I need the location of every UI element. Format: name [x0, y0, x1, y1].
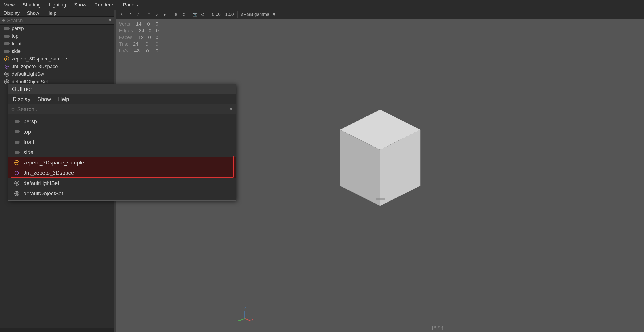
stat-edges-2: 0 — [156, 28, 158, 34]
bg-joint-icon-jnt — [4, 64, 10, 69]
outliner-camera-icon-top — [13, 129, 21, 135]
svg-rect-5 — [376, 199, 384, 200]
outliner-item-objectset[interactable]: defaultObjectSet — [8, 188, 236, 199]
stat-tris-label: Tris: — [119, 41, 128, 47]
toolbar-gamma-label: sRGB gamma — [241, 12, 270, 17]
toolbar-gamma-arrow[interactable]: ▼ — [272, 12, 276, 17]
bg-help-menu[interactable]: Help — [44, 10, 58, 17]
toolbar-move[interactable]: ↖ — [118, 11, 125, 18]
svg-rect-4 — [376, 198, 384, 199]
outliner-joint-icon-jnt — [13, 170, 21, 176]
svg-line-8 — [245, 318, 250, 321]
bg-item-persp[interactable]: persp — [0, 25, 114, 32]
stat-faces-1: 0 — [148, 35, 151, 40]
bg-display-menu[interactable]: Display — [2, 10, 22, 17]
stats-panel: Verts: 14 0 0 Edges: 24 0 0 Faces: 12 0 … — [116, 19, 161, 56]
toolbar-select[interactable]: ◻ — [145, 11, 152, 18]
bg-item-jnt[interactable]: Jnt_zepeto_3Dspace — [0, 63, 114, 70]
cube-3d — [321, 103, 440, 213]
bg-item-zepeto[interactable]: zepeto_3Dspace_sample — [0, 55, 114, 63]
outliner-top-label: top — [24, 129, 31, 135]
bg-item-persp-label: persp — [12, 26, 24, 31]
bg-show-menu[interactable]: Show — [25, 10, 41, 17]
toolbar-display[interactable]: ⬡ — [199, 11, 206, 18]
bg-item-lightset[interactable]: defaultLightSet — [0, 70, 114, 78]
outliner-mesh-icon-zepeto — [13, 159, 21, 166]
outliner-item-jnt[interactable]: Jnt_zepeto_3Dspace — [8, 168, 236, 178]
toolbar-rotate[interactable]: ↺ — [126, 11, 133, 18]
outliner-title-bar: Outliner — [8, 84, 236, 94]
outliner-objectset-icon — [13, 191, 21, 197]
stat-uvs-1: 0 — [144, 48, 149, 54]
outliner-help-menu[interactable]: Help — [57, 96, 70, 103]
viewport-persp-label: persp — [432, 324, 444, 330]
outliner-lightset-icon — [13, 180, 21, 186]
toolbar-sep5 — [238, 12, 238, 18]
outliner-item-lightset[interactable]: defaultLightSet — [8, 178, 236, 188]
bg-item-side[interactable]: side — [0, 48, 114, 55]
outliner-search-input[interactable] — [17, 106, 229, 112]
outliner-zepeto-label: zepeto_3Dspace_sample — [24, 159, 84, 166]
menu-panels[interactable]: Panels — [121, 2, 140, 8]
bg-scrollbar[interactable] — [0, 328, 114, 332]
viewport-gizmo — [376, 198, 384, 201]
bg-item-zepeto-label: zepeto_3Dspace_sample — [12, 56, 67, 62]
toolbar-camera-btn[interactable]: 📷 — [191, 11, 198, 18]
bg-camera-icon-persp — [4, 26, 10, 31]
stat-tris-1: 0 — [143, 41, 148, 47]
left-panel-menu: Display Show Help — [0, 10, 114, 17]
stat-edges-1: 0 — [149, 28, 152, 34]
svg-text:X: X — [251, 318, 253, 322]
stat-verts-label: Verts: — [119, 21, 132, 27]
bg-item-jnt-label: Jnt_zepeto_3Dspace — [12, 64, 58, 69]
toolbar-zoom: 1.00 — [225, 12, 234, 17]
menu-renderer[interactable]: Renderer — [92, 2, 117, 8]
left-search-bar: ⚙ ▼ — [0, 17, 114, 25]
svg-line-9 — [239, 318, 245, 321]
outliner-item-persp[interactable]: persp — [8, 116, 236, 127]
bg-lightset-icon — [4, 72, 10, 76]
bg-search-icon: ⚙ — [2, 18, 5, 23]
stat-verts-1: 0 — [146, 21, 150, 27]
toolbar-paint[interactable]: ◈ — [161, 11, 168, 18]
stat-verts-2: 0 — [154, 21, 158, 27]
toolbar-coords: 0.00 — [212, 12, 221, 17]
outliner-item-zepeto[interactable]: zepeto_3Dspace_sample — [8, 157, 236, 168]
outliner-display-menu[interactable]: Display — [12, 96, 31, 103]
menu-lighting[interactable]: Lighting — [47, 2, 68, 8]
outliner-objectset-label: defaultObjectSet — [24, 191, 63, 197]
svg-text:Z: Z — [238, 318, 240, 322]
stat-uvs-2: 0 — [154, 48, 158, 54]
outliner-camera-icon-front — [13, 139, 21, 145]
stat-tris-2: 0 — [153, 41, 158, 47]
toolbar-magnet[interactable]: ⊙ — [180, 11, 188, 18]
stat-uvs-0: 48 — [134, 48, 140, 54]
bg-item-top-label: top — [12, 33, 18, 39]
bg-camera-icon-side — [4, 49, 10, 54]
outliner-window: Outliner Display Show Help ⚙ ▼ persp top… — [8, 84, 236, 201]
axis-gizmo: Y X Z — [237, 306, 253, 323]
outliner-search-bar: ⚙ ▼ — [8, 104, 236, 114]
outliner-show-menu[interactable]: Show — [37, 96, 52, 103]
outliner-list: persp top front side zepeto_3Dspace_samp… — [8, 114, 236, 201]
menu-shading[interactable]: Shading — [21, 2, 42, 8]
outliner-item-side[interactable]: side — [8, 147, 236, 157]
menu-show[interactable]: Show — [72, 2, 88, 8]
bg-item-lightset-label: defaultLightSet — [12, 71, 44, 77]
bg-search-input[interactable] — [7, 18, 108, 24]
bg-camera-icon-top — [4, 34, 10, 38]
outliner-lightset-label: defaultLightSet — [24, 180, 59, 186]
menu-view[interactable]: View — [2, 2, 16, 8]
stat-uvs-label: UVs: — [119, 48, 130, 54]
outliner-item-front[interactable]: front — [8, 137, 236, 147]
top-menu-bar: View Shading Lighting Show Renderer Pane… — [0, 0, 644, 10]
toolbar-lasso[interactable]: ◇ — [153, 11, 160, 18]
toolbar-sep4 — [208, 12, 208, 18]
stat-tris-0: 24 — [133, 41, 138, 47]
bg-item-top[interactable]: top — [0, 32, 114, 40]
toolbar-scale[interactable]: ⤢ — [134, 11, 141, 18]
stat-edges-label: Edges: — [119, 28, 134, 34]
bg-item-front[interactable]: front — [0, 40, 114, 48]
outliner-item-top[interactable]: top — [8, 127, 236, 137]
toolbar-snap[interactable]: ⊕ — [172, 11, 179, 18]
